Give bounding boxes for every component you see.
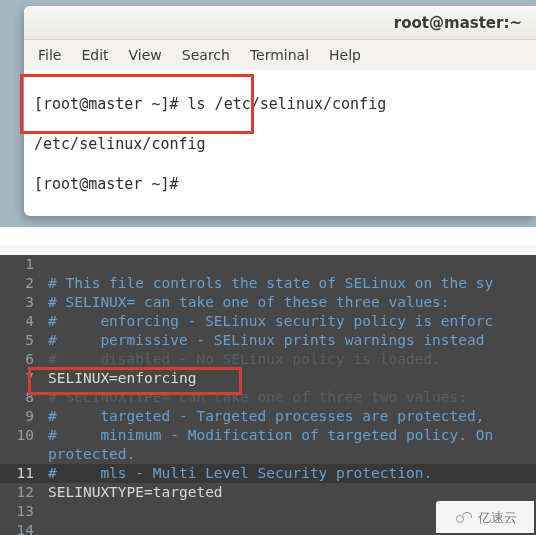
code-area[interactable]: # This file controls the state of SELinu… [40,255,536,535]
watermark: 亿速云 [436,501,534,533]
code-line [40,255,536,274]
line-number: 14 [0,521,40,535]
menu-view[interactable]: View [129,47,162,63]
code-line: protected. [40,445,536,464]
line-number: 7 [0,369,40,388]
code-editor[interactable]: 1234567891011121314 # This file controls… [0,245,536,535]
line-number: 3 [0,293,40,312]
editor-top-strip [0,245,536,255]
terminal-line: [root@master ~]# ls /etc/selinux/config [34,94,526,114]
code-line: # This file controls the state of SELinu… [40,274,536,293]
line-number: 2 [0,274,40,293]
menu-file[interactable]: File [38,47,61,63]
terminal-window: root@master:~ File Edit View Search Term… [24,6,536,216]
line-number: 13 [0,502,40,521]
line-number: 8 [0,388,40,407]
line-number: 11 [0,464,40,483]
code-line: SELINUXTYPE=targeted [40,483,536,502]
line-number: 4 [0,312,40,331]
line-number [0,445,40,464]
window-title: root@master:~ [394,14,522,32]
cloud-icon [454,510,472,524]
code-line: # mls - Multi Level Security protection. [40,464,536,483]
terminal-line: /etc/selinux/config [34,134,526,154]
line-number: 5 [0,331,40,350]
code-line: # SELINUX= can take one of these three v… [40,293,536,312]
menu-search[interactable]: Search [182,47,230,63]
line-number: 6 [0,350,40,369]
menu-help[interactable]: Help [329,47,361,63]
line-number: 12 [0,483,40,502]
code-line: # permissive - SELinux prints warnings i… [40,331,536,350]
code-line: SELINUX=enforcing [40,369,536,388]
menu-edit[interactable]: Edit [81,47,108,63]
line-number: 1 [0,255,40,274]
code-line: # enforcing - SELinux security policy is… [40,312,536,331]
menu-terminal[interactable]: Terminal [250,47,309,63]
code-line: # disabled - No SELinux policy is loaded… [40,350,536,369]
lower-screenshot: 1234567891011121314 # This file controls… [0,245,536,535]
terminal-body[interactable]: [root@master ~]# ls /etc/selinux/config … [24,70,536,216]
code-line: # targeted - Targeted processes are prot… [40,407,536,426]
window-titlebar: root@master:~ [24,6,536,40]
line-number-gutter: 1234567891011121314 [0,255,40,535]
menubar: File Edit View Search Terminal Help [24,40,536,70]
watermark-text: 亿速云 [478,508,517,527]
code-line: # minimum - Modification of targeted pol… [40,426,536,445]
terminal-line: [root@master ~]# [34,174,526,194]
line-number: 10 [0,426,40,445]
line-number: 9 [0,407,40,426]
upper-screenshot: root@master:~ File Edit View Search Term… [0,0,536,227]
code-line: # SELINUXTYPE= can take one of three two… [40,388,536,407]
